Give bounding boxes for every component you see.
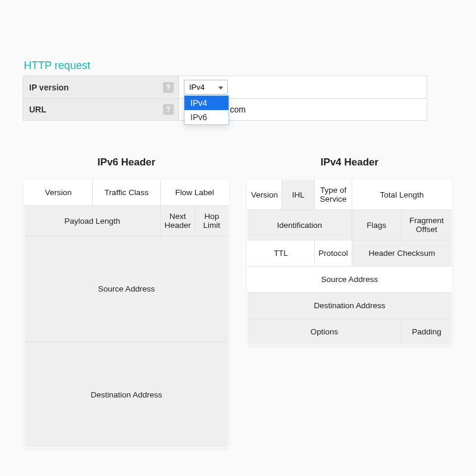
ipv4-frag-offset: Fragment Offset xyxy=(401,210,452,240)
ip-version-dropdown: IPv4 IPv6 xyxy=(184,95,229,125)
ip-version-option-ipv4[interactable]: IPv4 xyxy=(184,96,228,110)
ipv6-column: IPv6 Header Version Traffic Class Flow L… xyxy=(24,156,229,448)
panel-title: HTTP request xyxy=(24,60,453,72)
ipv4-destination-address: Destination Address xyxy=(248,293,452,319)
ipv4-protocol: Protocol xyxy=(315,240,352,267)
ipv4-checksum: Header Checksum xyxy=(352,240,452,267)
ipv4-flags: Flags xyxy=(352,210,401,240)
ipv4-padding: Padding xyxy=(401,319,452,345)
ipv6-hop-limit: Hop Limit xyxy=(195,206,228,236)
ipv4-version: Version xyxy=(248,180,282,210)
ipv4-total-length: Total Length xyxy=(352,180,452,210)
ip-version-label: IP version ? xyxy=(23,76,179,99)
ip-version-cell: IPv4 IPv4 IPv6 xyxy=(179,76,427,99)
ipv6-destination-address: Destination Address xyxy=(24,342,229,448)
ipv4-header-table: Version IHL Type of Service Total Length… xyxy=(247,179,452,345)
ipv4-ihl: IHL xyxy=(282,180,315,210)
ipv4-options: Options xyxy=(248,319,402,345)
ip-version-option-ipv6[interactable]: IPv6 xyxy=(184,110,228,124)
ipv6-flow-label: Flow Label xyxy=(161,180,229,206)
url-label-text: URL xyxy=(29,105,46,114)
ipv4-header-title: IPv4 Header xyxy=(247,156,452,168)
ipv4-source-address: Source Address xyxy=(248,267,452,293)
ipv6-source-address: Source Address xyxy=(24,236,229,342)
help-icon[interactable]: ? xyxy=(163,82,174,93)
headers-row: IPv6 Header Version Traffic Class Flow L… xyxy=(23,156,453,448)
ipv6-version: Version xyxy=(24,180,93,206)
ipv4-column: IPv4 Header Version IHL Type of Service … xyxy=(247,156,452,448)
ipv6-next-header: Next Header xyxy=(161,206,195,236)
ipv6-payload-length: Payload Length xyxy=(24,206,161,236)
ip-version-label-text: IP version xyxy=(29,83,69,92)
url-label: URL ? xyxy=(23,99,179,121)
ipv4-tos: Type of Service xyxy=(315,180,352,210)
ip-version-select-wrap: IPv4 xyxy=(184,80,228,95)
ip-version-select[interactable]: IPv4 xyxy=(184,80,228,95)
http-request-form: IP version ? IPv4 IPv4 IPv6 URL ? xyxy=(23,76,427,121)
ipv4-identification: Identification xyxy=(248,210,352,240)
ipv6-header-title: IPv6 Header xyxy=(24,156,229,168)
ipv6-traffic-class: Traffic Class xyxy=(92,180,161,206)
help-icon[interactable]: ? xyxy=(163,104,174,115)
ipv6-header-table: Version Traffic Class Flow Label Payload… xyxy=(24,179,229,448)
ipv4-ttl: TTL xyxy=(248,240,315,267)
